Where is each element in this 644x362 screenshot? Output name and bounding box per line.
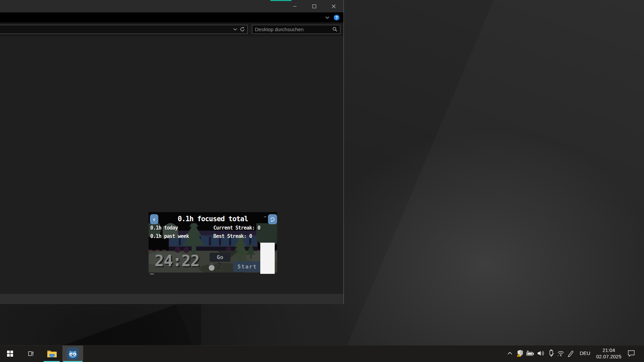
tray-network-button[interactable]	[556, 345, 566, 361]
pomodoro-widget: ‹ 0.1h focused total 0.1h today Current …	[149, 212, 277, 273]
task-view-button[interactable]	[21, 346, 41, 361]
action-center-icon	[627, 350, 635, 357]
explorer-window: ?	[0, 0, 344, 304]
widget-dash	[264, 217, 266, 217]
start-button[interactable]: Start	[233, 261, 261, 272]
tray-security-button[interactable]	[516, 345, 525, 361]
refresh-icon[interactable]	[240, 27, 245, 32]
close-button[interactable]	[324, 0, 343, 12]
widget-reset-button[interactable]	[268, 214, 277, 224]
task-view-icon	[27, 350, 35, 357]
usb-device-icon	[547, 349, 555, 357]
tray-pen-button[interactable]	[566, 345, 576, 361]
status-bar	[0, 294, 343, 304]
reset-icon	[270, 217, 275, 222]
go-button[interactable]: Go	[210, 253, 230, 262]
battery-charging-icon	[526, 350, 534, 357]
stat-best-streak: Best Streak: 0	[213, 233, 252, 239]
pomodoro-count: 2	[217, 261, 222, 272]
action-center-button[interactable]	[625, 345, 638, 361]
start-button-taskbar[interactable]	[0, 346, 20, 361]
godot-app-icon	[67, 348, 79, 360]
file-explorer-taskbar-button[interactable]	[42, 346, 62, 361]
taskbar-clock[interactable]: 21:04 02.07.2025	[593, 345, 625, 361]
windows-logo-icon	[7, 351, 13, 357]
stat-today: 0.1h today	[150, 225, 178, 231]
maximize-icon	[312, 4, 316, 8]
address-row	[0, 22, 343, 36]
clock-time: 21:04	[602, 347, 615, 353]
godot-app-taskbar-button[interactable]	[62, 346, 83, 361]
help-icon: ?	[335, 15, 338, 20]
widget-popup	[260, 243, 275, 274]
tray-show-hidden-icons-button[interactable]	[506, 345, 514, 361]
widget-title: 0.1h focused total	[149, 215, 277, 223]
wifi-icon	[556, 350, 565, 357]
search-box	[252, 25, 340, 34]
language-indicator[interactable]: DEU	[578, 345, 592, 361]
desktop: ?	[0, 0, 644, 362]
language-code: DEU	[580, 350, 590, 356]
stat-past-week: 0.1h past week	[150, 233, 189, 239]
speaker-icon	[536, 350, 545, 357]
titlebar[interactable]	[0, 0, 343, 12]
clock-date: 02.07.2025	[596, 353, 621, 360]
maximize-button[interactable]	[305, 0, 324, 12]
pen-icon	[567, 349, 575, 357]
tray-usb-button[interactable]	[547, 345, 555, 361]
timer-display: 24:22	[155, 252, 199, 270]
tray-volume-button[interactable]	[536, 345, 545, 361]
search-input[interactable]	[252, 26, 332, 32]
help-button[interactable]: ?	[334, 15, 339, 20]
address-bar[interactable]	[0, 25, 248, 34]
tray-battery-button[interactable]	[525, 345, 535, 361]
minimize-button[interactable]	[285, 0, 305, 12]
widget-under-dash	[150, 274, 154, 275]
security-shield-warning-icon	[516, 349, 524, 357]
ribbon-bar: ?	[0, 12, 343, 22]
minimize-icon	[293, 4, 297, 8]
chevron-up-icon	[507, 351, 513, 356]
tomato-icon	[207, 262, 216, 272]
search-icon[interactable]	[332, 27, 337, 32]
file-explorer-icon	[47, 349, 57, 358]
close-icon	[332, 4, 336, 8]
window-controls	[285, 0, 343, 12]
stat-current-streak: Current Streak: 0	[213, 225, 260, 231]
address-dropdown-chevron-icon[interactable]	[233, 28, 237, 31]
expand-ribbon-chevron-icon[interactable]	[325, 16, 330, 19]
accent-strip	[270, 0, 291, 1]
